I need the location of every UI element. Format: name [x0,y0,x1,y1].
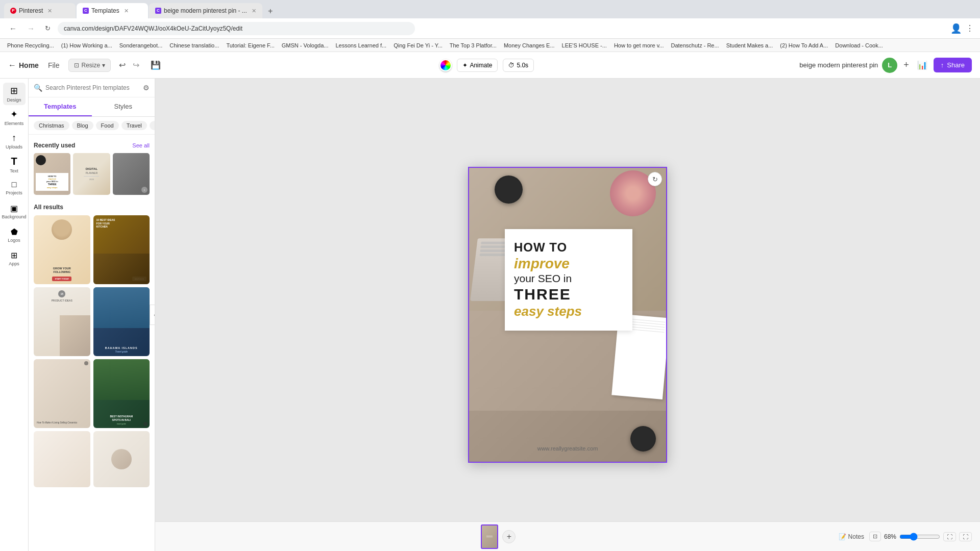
undo-button[interactable]: ↩ [116,58,129,72]
sidebar-item-text[interactable]: T Text [3,153,26,176]
canvas-area: HOW TO improve your SEO in THREE easy st… [155,79,980,551]
zoom-fit-button[interactable]: ⊡ [869,532,881,541]
redo-button[interactable]: ↪ [130,58,142,72]
bookmark-4[interactable]: Chinese translatio... [166,41,222,49]
sidebar-item-projects[interactable]: □ Projects [3,177,26,199]
zoom-slider[interactable] [899,533,940,541]
filter-icon-button[interactable]: ⚙ [143,84,150,92]
sidebar-item-logos[interactable]: ⬟ Logos [3,223,26,246]
tab-pinterest-label: Pinterest [19,7,43,14]
all-template-1[interactable]: GROW YOURFOLLOWING START TODAY [34,215,90,284]
bookmark-16[interactable]: Download - Cook... [832,41,886,49]
bookmark-15[interactable]: (2) How To Add A... [777,41,831,49]
filter-chip-food[interactable]: Food [96,121,119,130]
page-thumbnail-1[interactable] [481,524,498,549]
forward-button[interactable]: → [24,22,38,35]
recent-template-2[interactable]: DIGITAL PLANNER 2024 [73,153,110,195]
bookmark-11[interactable]: LEE'S HOUSE -... [559,41,610,49]
recently-used-title: Recently used [34,142,75,149]
browser-tab-templates[interactable]: C Templates ✕ [77,3,148,18]
projects-label: Projects [6,190,22,195]
filter-chip-ket[interactable]: Ket [150,121,155,130]
text-overlay-box[interactable]: HOW TO improve your SEO in THREE easy st… [505,229,632,331]
fit-screen-button[interactable]: ⛶ [943,532,956,541]
bookmark-12[interactable]: How to get more v... [611,41,667,49]
address-bar[interactable] [58,22,415,35]
search-input[interactable] [45,84,140,91]
all-template-7[interactable] [34,431,90,487]
browser-nav: ← → ↻ 👤 ⋮ [0,18,980,39]
recent-template-3[interactable]: › [113,153,150,195]
color-wheel[interactable] [439,59,452,71]
browser-tab-pin[interactable]: C beige modern pinterest pin - ... ✕ [149,3,262,18]
bookmark-10[interactable]: Money Changes E... [501,41,558,49]
canvas-refresh-button[interactable]: ↻ [648,172,662,186]
all-template-5[interactable]: How To Make A Living Selling Ceramics [34,359,90,428]
resize-icon: ⊡ [74,62,79,69]
filter-chip-blog[interactable]: Blog [72,121,93,130]
design-canvas[interactable]: HOW TO improve your SEO in THREE easy st… [468,167,667,463]
background-icon: ▣ [10,204,18,213]
new-tab-button[interactable]: + [263,4,278,18]
sidebar-item-uploads[interactable]: ↑ Uploads [3,130,26,152]
logos-icon: ⬟ [11,227,18,237]
animate-label: Animate [470,62,492,69]
reload-button[interactable]: ↻ [42,22,54,34]
bookmark-8[interactable]: Qing Fei De Yi - Y... [390,41,446,49]
filter-chip-travel[interactable]: Travel [121,121,147,130]
share-button[interactable]: ↑ Share [934,58,972,72]
bookmark-13[interactable]: Datenschutz - Re... [668,41,722,49]
file-menu-button[interactable]: File [44,59,64,71]
add-user-button[interactable]: + [901,58,911,72]
all-template-8[interactable] [93,431,150,487]
collapse-panel-button[interactable]: ‹ [150,305,155,325]
home-label: Home [19,61,39,69]
recently-used-section: Recently used See all HOW TOimproveyour … [34,142,150,195]
save-icon-button[interactable]: 💾 [148,58,164,72]
recent-template-1[interactable]: HOW TOimproveyour SEO inTHREEeasy steps [34,153,70,195]
browser-chrome: P Pinterest ✕ C Templates ✕ C beige mode… [0,0,980,18]
all-template-6[interactable]: BEST INSTAGRAMSPOTS IN BALI travel guide [93,359,150,428]
back-button[interactable]: ← [6,22,20,35]
see-all-link[interactable]: See all [132,142,150,148]
page-thumbnails: + [163,524,834,549]
all-template-2[interactable]: 10 BEST IDEASFOR YOURKITCHEN read more [93,215,150,284]
search-icon: 🔍 [34,84,42,92]
resize-button[interactable]: ⊡ Resize ▾ [68,59,111,72]
notes-button[interactable]: 📝 Notes [839,533,864,540]
stats-button[interactable]: 📊 [915,58,929,72]
all-results-title: All results [34,204,63,211]
all-template-3[interactable]: 15 PRODUCT IDEAS [34,287,90,356]
browser-tab-pinterest[interactable]: P Pinterest ✕ [4,3,76,18]
bookmark-6[interactable]: GMSN - Vologda... [279,41,332,49]
canvas-text-line5: easy steps [514,304,623,319]
tab-pinterest-close[interactable]: ✕ [47,8,52,14]
tab-templates-label: Templates [91,7,119,14]
tab-templates-close[interactable]: ✕ [124,8,129,14]
filter-chip-christmas[interactable]: Christmas [34,121,69,130]
sidebar-item-background[interactable]: ▣ Background [3,200,26,222]
sidebar-item-apps[interactable]: ⊞ Apps [3,247,26,269]
all-template-4[interactable]: BAHAMA ISLANDS Travel guide [93,287,150,356]
bookmark-5[interactable]: Tutorial: Eigene F... [223,41,277,49]
add-page-button[interactable]: + [502,530,516,543]
user-avatar[interactable]: L [882,58,897,73]
tab-pin-close[interactable]: ✕ [252,8,256,14]
browser-settings-icon: ⋮ [966,23,974,33]
home-button[interactable]: ← Home [8,61,39,70]
tab-templates[interactable]: Templates [29,97,92,116]
bookmark-1[interactable]: Phone Recycling... [4,41,57,49]
bookmark-14[interactable]: Student Makes a... [723,41,776,49]
sidebar-item-elements[interactable]: ✦ Elements [3,106,26,129]
bookmark-2[interactable]: (1) How Working a... [58,41,115,49]
bookmark-3[interactable]: Sonderangebot... [116,41,165,49]
bookmark-7[interactable]: Lessons Learned f... [332,41,389,49]
clock-icon: ⏱ [508,62,514,69]
app-header-left: ← Home File ⊡ Resize ▾ ↩ ↪ 💾 [8,58,164,72]
bookmark-9[interactable]: The Top 3 Platfor... [447,41,500,49]
animate-button[interactable]: ✦ Animate [457,59,498,72]
fullscreen-button[interactable]: ⛶ [959,532,972,541]
tab-styles[interactable]: Styles [92,97,155,116]
sidebar-item-design[interactable]: ⊞ Design [3,83,26,105]
time-button[interactable]: ⏱ 5.0s [503,59,534,72]
